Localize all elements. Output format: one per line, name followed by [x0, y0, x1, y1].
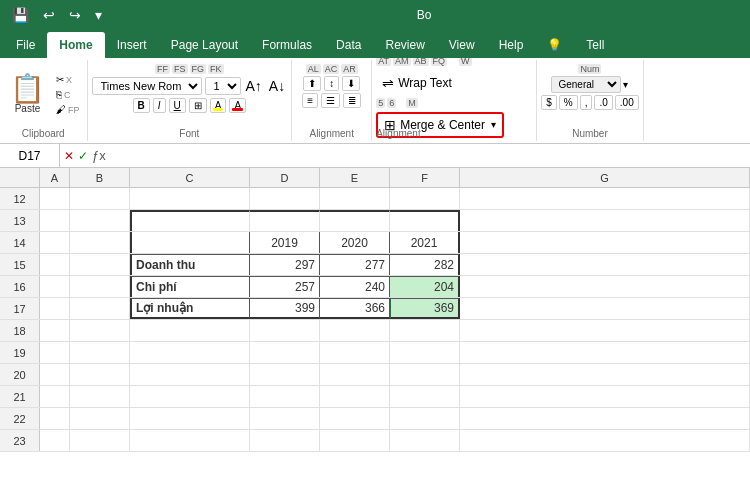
- cell-f21[interactable]: [390, 386, 460, 407]
- align-center-button[interactable]: ☰: [321, 93, 340, 108]
- cell-e14[interactable]: 2020: [320, 232, 390, 253]
- cell-reference-input[interactable]: [0, 144, 60, 167]
- tab-page-layout[interactable]: Page Layout: [159, 32, 250, 58]
- cell-c18[interactable]: [130, 320, 250, 341]
- confirm-formula-icon[interactable]: ✓: [78, 149, 88, 163]
- font-shrink-button[interactable]: A↓: [267, 77, 287, 95]
- cell-g16[interactable]: [460, 276, 750, 297]
- cell-d14[interactable]: 2019: [250, 232, 320, 253]
- cancel-formula-icon[interactable]: ✕: [64, 149, 74, 163]
- cell-g18[interactable]: [460, 320, 750, 341]
- col-header-b[interactable]: B: [70, 168, 130, 187]
- wrap-text-button[interactable]: ⇌ Wrap Text: [376, 72, 458, 94]
- cell-a15[interactable]: [40, 254, 70, 275]
- cell-g22[interactable]: [460, 408, 750, 429]
- cell-c15[interactable]: Doanh thu: [130, 254, 250, 275]
- cell-g20[interactable]: [460, 364, 750, 385]
- cell-d16[interactable]: 257: [250, 276, 320, 297]
- cell-g12[interactable]: [460, 188, 750, 209]
- number-expand-icon[interactable]: ▾: [623, 79, 628, 90]
- merge-center-dropdown-icon[interactable]: ▾: [491, 119, 496, 130]
- tab-insert[interactable]: Insert: [105, 32, 159, 58]
- cell-b12[interactable]: [70, 188, 130, 209]
- tab-data[interactable]: Data: [324, 32, 373, 58]
- cell-a14[interactable]: [40, 232, 70, 253]
- cell-e19[interactable]: [320, 342, 390, 363]
- undo-icon[interactable]: ↩: [39, 5, 59, 25]
- font-name-select[interactable]: Times New Roman: [92, 77, 202, 95]
- align-middle-button[interactable]: ↕: [324, 76, 339, 91]
- cell-b21[interactable]: [70, 386, 130, 407]
- cell-e21[interactable]: [320, 386, 390, 407]
- cell-c19[interactable]: [130, 342, 250, 363]
- cell-d23[interactable]: [250, 430, 320, 451]
- font-color-button[interactable]: A: [229, 98, 246, 113]
- cell-b19[interactable]: [70, 342, 130, 363]
- cell-g15[interactable]: [460, 254, 750, 275]
- col-header-d[interactable]: D: [250, 168, 320, 187]
- cell-b14[interactable]: [70, 232, 130, 253]
- cell-c17[interactable]: Lợi nhuận: [130, 298, 250, 319]
- cell-f20[interactable]: [390, 364, 460, 385]
- cell-c22[interactable]: [130, 408, 250, 429]
- cell-d19[interactable]: [250, 342, 320, 363]
- formula-input[interactable]: [110, 149, 750, 163]
- cell-a20[interactable]: [40, 364, 70, 385]
- align-right-button[interactable]: ≣: [343, 93, 361, 108]
- cell-b15[interactable]: [70, 254, 130, 275]
- number-format-select[interactable]: General: [551, 76, 621, 93]
- tab-home[interactable]: Home: [47, 32, 104, 58]
- tab-tell[interactable]: Tell: [574, 32, 616, 58]
- cell-e15[interactable]: 277: [320, 254, 390, 275]
- cell-d21[interactable]: [250, 386, 320, 407]
- cell-f19[interactable]: [390, 342, 460, 363]
- increase-decimal-button[interactable]: .0: [594, 95, 612, 110]
- cell-d20[interactable]: [250, 364, 320, 385]
- tab-lightbulb[interactable]: 💡: [535, 32, 574, 58]
- percent-button[interactable]: %: [559, 95, 578, 110]
- cell-g14[interactable]: [460, 232, 750, 253]
- format-painter-button[interactable]: 🖌 FP: [53, 103, 83, 116]
- cell-f13[interactable]: [390, 210, 460, 231]
- cell-a13[interactable]: [40, 210, 70, 231]
- font-size-select[interactable]: 13: [205, 77, 241, 95]
- cell-c21[interactable]: [130, 386, 250, 407]
- cell-c23[interactable]: [130, 430, 250, 451]
- cell-d12[interactable]: [250, 188, 320, 209]
- bold-button[interactable]: B: [133, 98, 150, 113]
- cell-e18[interactable]: [320, 320, 390, 341]
- underline-button[interactable]: U: [169, 98, 186, 113]
- cell-g19[interactable]: [460, 342, 750, 363]
- cell-f17[interactable]: 369: [390, 298, 460, 319]
- cell-d15[interactable]: 297: [250, 254, 320, 275]
- cell-c16[interactable]: Chi phí: [130, 276, 250, 297]
- cell-a18[interactable]: [40, 320, 70, 341]
- cell-a21[interactable]: [40, 386, 70, 407]
- fill-color-button[interactable]: A: [210, 98, 227, 113]
- cell-e22[interactable]: [320, 408, 390, 429]
- cell-e23[interactable]: [320, 430, 390, 451]
- cell-g13[interactable]: [460, 210, 750, 231]
- cell-f15[interactable]: 282: [390, 254, 460, 275]
- tab-help[interactable]: Help: [487, 32, 536, 58]
- col-header-e[interactable]: E: [320, 168, 390, 187]
- cell-g23[interactable]: [460, 430, 750, 451]
- cell-e12[interactable]: [320, 188, 390, 209]
- align-top-button[interactable]: ⬆: [303, 76, 321, 91]
- cell-f12[interactable]: [390, 188, 460, 209]
- cell-e13[interactable]: [320, 210, 390, 231]
- cell-g21[interactable]: [460, 386, 750, 407]
- cell-a17[interactable]: [40, 298, 70, 319]
- cell-b16[interactable]: [70, 276, 130, 297]
- font-grow-button[interactable]: A↑: [244, 77, 264, 95]
- cell-b13[interactable]: [70, 210, 130, 231]
- cell-d22[interactable]: [250, 408, 320, 429]
- border-button[interactable]: ⊞: [189, 98, 207, 113]
- italic-button[interactable]: I: [153, 98, 166, 113]
- copy-button[interactable]: ⎘ C: [53, 88, 83, 101]
- tab-view[interactable]: View: [437, 32, 487, 58]
- cell-b20[interactable]: [70, 364, 130, 385]
- cell-b22[interactable]: [70, 408, 130, 429]
- cell-c13[interactable]: [130, 210, 250, 231]
- align-bottom-button[interactable]: ⬇: [342, 76, 360, 91]
